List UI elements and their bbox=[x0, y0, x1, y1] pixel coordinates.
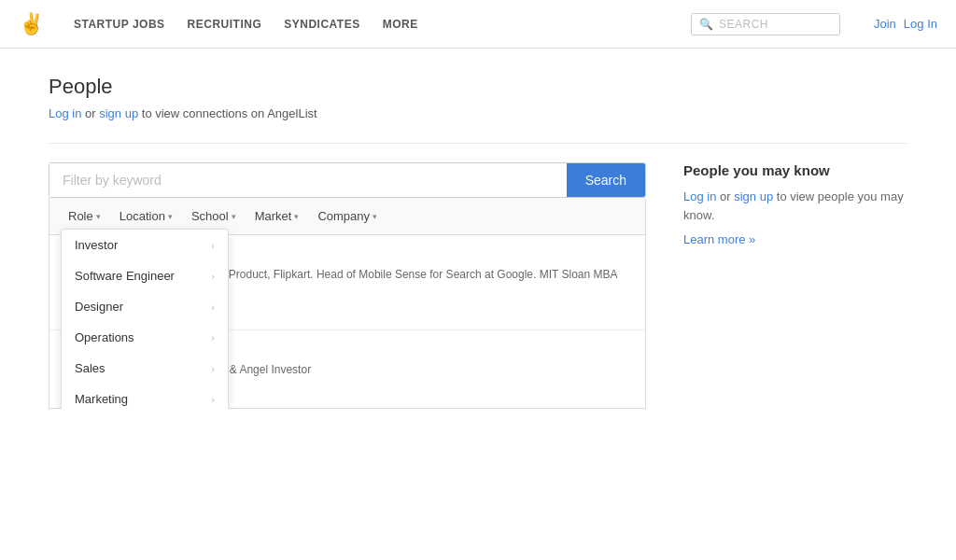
chevron-right-icon: › bbox=[211, 271, 215, 282]
keyword-search-input[interactable] bbox=[49, 163, 567, 197]
subtitle-or: or bbox=[85, 106, 99, 120]
chevron-right-icon: › bbox=[211, 301, 215, 313]
learn-more-link[interactable]: Learn more » bbox=[683, 232, 755, 246]
left-column: Search Role ▾ Investor › bbox=[49, 162, 646, 409]
people-know-login-link[interactable]: Log in bbox=[683, 189, 716, 203]
role-option-software-engineer[interactable]: Software Engineer › bbox=[62, 260, 228, 291]
location-filter-label: Location bbox=[120, 209, 165, 223]
market-filter-label: Market bbox=[255, 209, 292, 223]
role-option-sales[interactable]: Sales › bbox=[62, 353, 228, 384]
location-filter-arrow-icon: ▾ bbox=[168, 212, 173, 221]
signup-link[interactable]: sign up bbox=[99, 106, 138, 120]
page-divider bbox=[49, 143, 907, 144]
role-option-operations[interactable]: Operations › bbox=[62, 322, 228, 353]
nav-logo: ✌ bbox=[19, 12, 44, 36]
people-know-or: or bbox=[720, 189, 734, 203]
people-know-signup-link[interactable]: sign up bbox=[734, 189, 773, 203]
role-filter-arrow-icon: ▾ bbox=[96, 212, 101, 221]
navbar: ✌ STARTUP JOBS RECRUITING SYNDICATES MOR… bbox=[0, 0, 956, 49]
people-know-text: Log in or sign up to view people you may… bbox=[683, 188, 907, 224]
nav-search-input[interactable] bbox=[719, 18, 812, 31]
chevron-right-icon: › bbox=[211, 394, 215, 405]
role-option-investor[interactable]: Investor › bbox=[62, 230, 228, 260]
search-button[interactable]: Search bbox=[567, 163, 645, 197]
role-dropdown-menu: Investor › Software Engineer › Designer … bbox=[61, 229, 229, 409]
main-layout: Search Role ▾ Investor › bbox=[49, 162, 907, 409]
location-filter-button[interactable]: Location ▾ bbox=[112, 205, 180, 227]
role-filter-wrapper: Role ▾ Investor › Software Engineer › bbox=[61, 205, 108, 227]
company-filter-button[interactable]: Company ▾ bbox=[310, 205, 385, 227]
subtitle-suffix: to view connections on AngelList bbox=[142, 106, 317, 120]
nav-auth: Join Log In bbox=[874, 17, 937, 31]
chevron-right-icon: › bbox=[211, 332, 215, 343]
people-know-title: People you may know bbox=[683, 162, 907, 178]
people-know-suffix: to view people you may know. bbox=[683, 189, 904, 222]
school-filter-label: School bbox=[191, 209, 229, 223]
role-option-marketing[interactable]: Marketing › bbox=[62, 384, 228, 409]
search-icon: 🔍 bbox=[699, 18, 713, 31]
page-title: People bbox=[49, 75, 907, 99]
nav-link-startup-jobs[interactable]: STARTUP JOBS bbox=[74, 18, 165, 31]
school-filter-button[interactable]: School ▾ bbox=[184, 205, 244, 227]
company-filter-label: Company bbox=[317, 209, 370, 223]
market-filter-button[interactable]: Market ▾ bbox=[247, 205, 307, 227]
people-you-may-know-panel: People you may know Log in or sign up to… bbox=[683, 162, 907, 246]
role-option-designer[interactable]: Designer › bbox=[62, 291, 228, 322]
role-filter-button[interactable]: Role ▾ bbox=[61, 205, 108, 227]
right-column: People you may know Log in or sign up to… bbox=[683, 162, 907, 409]
chevron-right-icon: › bbox=[211, 363, 215, 374]
company-filter-arrow-icon: ▾ bbox=[373, 212, 377, 221]
nav-link-syndicates[interactable]: SYNDICATES bbox=[284, 18, 359, 31]
chevron-right-icon: › bbox=[211, 240, 215, 251]
page-container: People Log in or sign up to view connect… bbox=[30, 49, 926, 409]
nav-join-link[interactable]: Join bbox=[874, 17, 896, 31]
role-filter-label: Role bbox=[68, 209, 93, 223]
page-subtitle: Log in or sign up to view connections on… bbox=[49, 106, 907, 120]
market-filter-arrow-icon: ▾ bbox=[294, 212, 299, 221]
filter-bar: Role ▾ Investor › Software Engineer › bbox=[49, 198, 646, 235]
nav-search-box: 🔍 bbox=[691, 13, 840, 35]
nav-link-recruiting[interactable]: RECRUITING bbox=[188, 18, 262, 31]
school-filter-arrow-icon: ▾ bbox=[232, 212, 236, 221]
nav-login-link[interactable]: Log In bbox=[904, 17, 937, 31]
search-bar: Search bbox=[49, 162, 646, 198]
nav-link-more[interactable]: MORE bbox=[383, 18, 418, 31]
login-link[interactable]: Log in bbox=[49, 106, 81, 120]
